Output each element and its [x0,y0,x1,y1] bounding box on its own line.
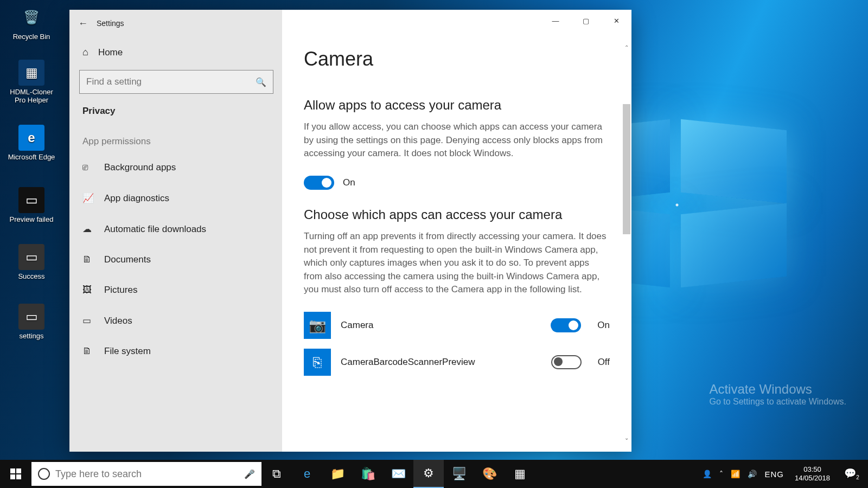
settings-sidebar: ← Settings ⌂ Home 🔍 Privacy App permissi… [69,10,282,452]
desktop-icon-settings-file[interactable]: ▭settings [4,304,59,340]
wifi-icon[interactable]: 📶 [731,470,740,478]
volume-icon[interactable]: 🔊 [748,470,757,478]
home-icon: ⌂ [82,47,88,58]
app-row-camera: 📷 Camera On [304,312,610,339]
sidebar-item-background-apps[interactable]: ⎚Background apps [79,152,272,183]
taskbar-clock[interactable]: 03:50 14/05/2018 [792,465,833,483]
start-button[interactable] [0,460,31,488]
camera-app-icon: 📷 [304,312,331,339]
taskbar-explorer[interactable]: 📁 [322,460,353,488]
cloud-icon: ☁ [82,223,93,235]
task-view-button[interactable]: ⧉ [261,460,292,488]
taskbar-store[interactable]: 🛍️ [353,460,383,488]
settings-search[interactable]: 🔍 [79,70,273,94]
sidebar-category: Privacy [79,102,272,131]
app-row-barcode-scanner: ⎘ CameraBarcodeScannerPreview Off [304,349,610,376]
taskbar-edge[interactable]: e [292,460,322,488]
search-icon: 🔍 [256,77,266,87]
app-name: CameraBarcodeScannerPreview [341,357,541,368]
page-title: Camera [304,48,610,70]
close-button[interactable]: ✕ [601,10,631,31]
file-system-icon: 🗎 [82,346,93,357]
app-toggle-label: Off [598,357,610,368]
sidebar-item-file-system[interactable]: 🗎File system [79,336,272,367]
app-toggle-camera[interactable] [551,318,581,332]
app-icon: ▦ [18,60,44,86]
action-center-button[interactable]: 💬2 [841,467,863,480]
section-choose-title: Choose which apps can access your camera [304,207,610,222]
taskbar-app-1[interactable]: 🖥️ [444,460,474,488]
desktop-icon-hdml-cloner[interactable]: ▦HDML-Cloner Pro Helper [4,60,59,104]
desktop-icon-edge[interactable]: eMicrosoft Edge [4,125,59,161]
taskbar: 🎤 ⧉ e 📁 🛍️ ✉️ ⚙ 🖥️ 🎨 ▦ 👤 ˄ 📶 🔊 ENG 03:50… [0,460,868,488]
edge-icon: e [18,125,44,151]
taskbar-search-input[interactable] [55,468,239,480]
svg-rect-2 [10,474,15,479]
taskbar-paint[interactable]: 🎨 [474,460,505,488]
file-icon: ▭ [18,187,44,213]
maximize-button[interactable]: ▢ [571,10,601,31]
allow-camera-toggle[interactable] [304,176,334,190]
window-title: Settings [97,19,124,28]
content-scrollbar[interactable]: ⌃ ⌄ [622,44,631,446]
barcode-app-icon: ⎘ [304,349,331,376]
sidebar-home-label: Home [98,47,123,58]
desktop-icon-preview-failed[interactable]: ▭Preview failed [4,187,59,223]
back-button[interactable]: ← [69,18,97,29]
desktop-icon-success[interactable]: ▭Success [4,244,59,280]
search-input[interactable] [86,76,256,87]
sidebar-home[interactable]: ⌂ Home [79,37,272,68]
taskbar-search[interactable]: 🎤 [31,462,261,486]
background-apps-icon: ⎚ [82,162,93,173]
people-icon[interactable]: 👤 [703,470,712,478]
videos-icon: ▭ [82,315,93,326]
section-allow-body: If you allow access, you can choose whic… [304,120,608,160]
taskbar-settings[interactable]: ⚙ [413,460,444,488]
document-icon: 🗎 [82,254,93,265]
svg-rect-0 [10,468,15,473]
file-icon: ▭ [18,244,44,270]
scroll-down-icon[interactable]: ⌄ [622,435,631,446]
svg-rect-3 [16,474,21,479]
settings-content: ― ▢ ✕ Camera Allow apps to access your c… [282,10,631,452]
tray-overflow-icon[interactable]: ˄ [719,470,723,478]
minimize-button[interactable]: ― [540,10,571,31]
taskbar-app-2[interactable]: ▦ [505,460,535,488]
taskbar-mail[interactable]: ✉️ [383,460,413,488]
svg-rect-1 [16,468,21,473]
diagnostics-icon: 📈 [82,192,93,204]
app-name: Camera [341,320,541,331]
file-icon: ▭ [18,304,44,330]
recycle-bin-icon: 🗑️ [18,4,44,30]
section-allow-title: Allow apps to access your camera [304,98,610,113]
desktop-icon-recycle-bin[interactable]: 🗑️Recycle Bin [4,4,59,41]
app-toggle-label: On [597,320,610,331]
app-toggle-barcode[interactable] [551,355,582,369]
sidebar-item-pictures[interactable]: 🖼Pictures [79,275,272,305]
cortana-icon [38,468,50,480]
allow-camera-toggle-label: On [343,177,355,188]
pictures-icon: 🖼 [82,285,93,296]
sidebar-item-app-diagnostics[interactable]: 📈App diagnostics [79,183,272,214]
language-indicator[interactable]: ENG [764,470,784,479]
system-tray: 👤 ˄ 📶 🔊 ENG 03:50 14/05/2018 💬2 [697,465,868,483]
sidebar-item-auto-downloads[interactable]: ☁Automatic file downloads [79,214,272,245]
scroll-thumb[interactable] [623,104,630,234]
sidebar-item-videos[interactable]: ▭Videos [79,305,272,336]
section-choose-body: Turning off an app prevents it from dire… [304,230,608,297]
scroll-up-icon[interactable]: ⌃ [622,44,631,55]
activate-windows-watermark: Activate Windows Go to Settings to activ… [709,382,846,407]
settings-window: ← Settings ⌂ Home 🔍 Privacy App permissi… [69,10,631,452]
sidebar-item-documents[interactable]: 🗎Documents [79,245,272,275]
windows-icon [10,468,21,479]
mic-icon[interactable]: 🎤 [244,469,255,479]
sidebar-group-label: App permissions [79,131,272,152]
